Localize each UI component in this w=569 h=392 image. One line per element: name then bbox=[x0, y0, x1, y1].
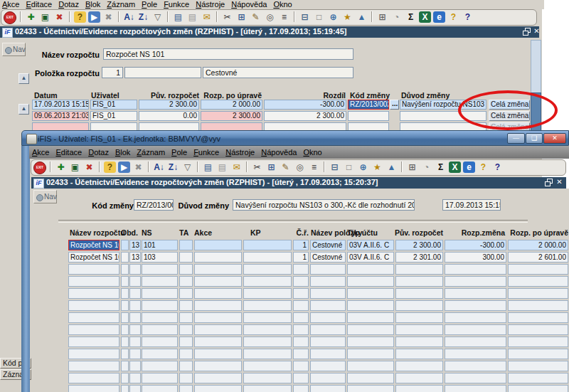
cell-ns[interactable] bbox=[142, 337, 178, 347]
menu-item-nastroje[interactable]: Nástroje bbox=[196, 0, 225, 9]
cell-ta[interactable] bbox=[179, 240, 193, 250]
cell-puv-rozpocet[interactable] bbox=[395, 349, 443, 359]
cell-ns[interactable]: 101 bbox=[142, 240, 178, 250]
menu-item-zaznam[interactable]: Záznam bbox=[107, 0, 135, 9]
cell-puv-rozpocet[interactable] bbox=[395, 300, 443, 311]
cell-puv-rozpocet[interactable] bbox=[395, 276, 443, 287]
delete-record-icon[interactable]: ✖ bbox=[53, 11, 66, 23]
cell-obd[interactable] bbox=[121, 361, 129, 371]
cell-ta[interactable] bbox=[179, 373, 193, 383]
cell-typ-uctu[interactable] bbox=[347, 385, 394, 392]
cell-rozp-po-uprave[interactable] bbox=[508, 288, 568, 299]
cell-cr[interactable] bbox=[293, 385, 309, 392]
edit-icon[interactable]: ✎ bbox=[249, 11, 262, 23]
search-icon[interactable]: ◎ bbox=[263, 11, 277, 23]
cell-akce[interactable] bbox=[194, 312, 242, 323]
cell-obd[interactable] bbox=[129, 300, 141, 311]
menu-item-funkce[interactable]: Funkce bbox=[164, 0, 189, 9]
enter-query-icon[interactable]: ? bbox=[74, 11, 86, 23]
cell-akce[interactable] bbox=[194, 373, 242, 383]
cell-rozp-zmena[interactable]: 300.00 bbox=[445, 252, 506, 263]
cell-obd[interactable] bbox=[129, 349, 141, 359]
cell-rozp-zmena[interactable] bbox=[445, 337, 506, 347]
document-icon[interactable]: □ bbox=[312, 11, 326, 23]
cell-datum[interactable]: 09.06.2013 21:03:16 bbox=[32, 111, 89, 121]
cell-akce[interactable] bbox=[194, 264, 242, 275]
insert-record-icon[interactable]: ✚ bbox=[54, 161, 68, 174]
cell-nazev-rozpoctu[interactable] bbox=[68, 324, 119, 335]
sort-ascending-icon[interactable]: A↓ bbox=[152, 161, 166, 174]
cell-nazev-polozky[interactable] bbox=[310, 361, 346, 371]
cell-obd[interactable]: 13 bbox=[129, 240, 141, 250]
copy-icon[interactable]: ⊞ bbox=[235, 11, 248, 23]
cell-obd[interactable] bbox=[129, 385, 141, 392]
cell-nazev-rozpoctu[interactable] bbox=[68, 385, 119, 392]
cell-rozp-zmena[interactable] bbox=[445, 264, 506, 275]
cell-nazev-polozky[interactable] bbox=[310, 373, 346, 383]
cell-kp[interactable] bbox=[243, 361, 292, 371]
cell-obd[interactable] bbox=[121, 312, 129, 323]
cell-nazev-polozky[interactable] bbox=[310, 324, 346, 335]
cell-obd[interactable] bbox=[121, 276, 129, 287]
cell-cr[interactable] bbox=[293, 276, 309, 287]
browser-icon[interactable]: e bbox=[463, 161, 475, 173]
cancel-query-icon[interactable]: ✖ bbox=[132, 161, 145, 174]
cell-obd[interactable] bbox=[121, 240, 129, 250]
cell-obd[interactable] bbox=[129, 324, 141, 335]
cell-akce[interactable] bbox=[194, 252, 242, 263]
cell-nazev-polozky[interactable]: Cestovné bbox=[310, 252, 346, 263]
cell-ns[interactable] bbox=[142, 373, 178, 383]
cell-ta[interactable] bbox=[179, 337, 193, 347]
menu-item-blok[interactable]: Blok bbox=[85, 0, 100, 9]
excel-icon[interactable]: X bbox=[449, 161, 461, 173]
sigma-icon[interactable]: Σ bbox=[434, 161, 447, 174]
help-icon[interactable]: ? bbox=[491, 161, 504, 174]
cell-akce[interactable] bbox=[194, 385, 242, 392]
cell-kp[interactable] bbox=[243, 385, 292, 392]
cell-nazev-polozky[interactable] bbox=[310, 288, 346, 299]
menu-item-editace[interactable]: Editace bbox=[55, 146, 82, 159]
cell-puv-rozpocet[interactable]: 0.00 bbox=[139, 111, 199, 121]
cell-rozp-po-uprave[interactable] bbox=[508, 373, 568, 383]
sigma-icon[interactable]: Σ bbox=[404, 11, 418, 23]
cell-typ-uctu[interactable] bbox=[347, 373, 394, 383]
cell-typ-uctu[interactable] bbox=[347, 324, 394, 335]
cell-nazev-polozky[interactable] bbox=[310, 312, 346, 323]
close-icon[interactable]: ✕ bbox=[532, 27, 539, 36]
cell-kod-zmeny[interactable]: RZ/2013/002 bbox=[348, 100, 389, 110]
cell-cr[interactable] bbox=[293, 337, 309, 347]
cell-ns[interactable] bbox=[142, 324, 178, 335]
globe-icon[interactable]: ⊕ bbox=[356, 161, 370, 174]
cell-nazev-polozky[interactable]: Cestovné bbox=[310, 240, 346, 250]
cell-obd[interactable] bbox=[129, 312, 141, 323]
sort-descending-icon[interactable]: Z↓ bbox=[166, 161, 180, 174]
cell-puv-rozpocet[interactable] bbox=[395, 264, 443, 275]
cell-ta[interactable] bbox=[179, 300, 193, 311]
cell-ns[interactable] bbox=[142, 276, 178, 287]
globe-icon[interactable]: ⊕ bbox=[326, 11, 340, 23]
cell-rozp-zmena[interactable] bbox=[445, 324, 506, 335]
title-bar[interactable]: iFIS - Uživatel: FIS_01 - Ek.jednotka: B… bbox=[21, 130, 569, 146]
menu-item-funkce[interactable]: Funkce bbox=[193, 146, 219, 159]
menu-item-pole[interactable]: Pole bbox=[171, 146, 187, 159]
cell-akce[interactable] bbox=[194, 288, 242, 299]
cell-rozp-zmena[interactable]: -300.00 bbox=[445, 240, 506, 250]
cell-kp[interactable] bbox=[243, 240, 292, 250]
cell-obd[interactable] bbox=[129, 361, 141, 371]
cell-rozp-po-uprave[interactable] bbox=[508, 264, 568, 275]
execute-query-icon[interactable]: ▶ bbox=[118, 161, 130, 173]
cell-obd[interactable] bbox=[121, 349, 129, 359]
star-badge-icon[interactable]: ★ bbox=[371, 161, 384, 174]
cell-akce[interactable] bbox=[194, 300, 242, 311]
cell-nazev-rozpoctu[interactable] bbox=[68, 312, 119, 323]
cell-typ-uctu[interactable] bbox=[347, 312, 394, 323]
cell-ns[interactable] bbox=[142, 385, 178, 392]
cell-ns[interactable] bbox=[142, 361, 178, 371]
cell-rozdil[interactable]: 2 300.00 bbox=[264, 111, 346, 121]
cell-typ-uctu[interactable] bbox=[347, 349, 394, 359]
help-icon[interactable]: ? bbox=[461, 11, 474, 23]
cell-akce[interactable] bbox=[194, 240, 242, 250]
menu-item-dotaz[interactable]: Dotaz bbox=[58, 0, 79, 9]
cell-cr[interactable] bbox=[293, 361, 309, 371]
search-icon[interactable]: ◎ bbox=[293, 161, 307, 174]
